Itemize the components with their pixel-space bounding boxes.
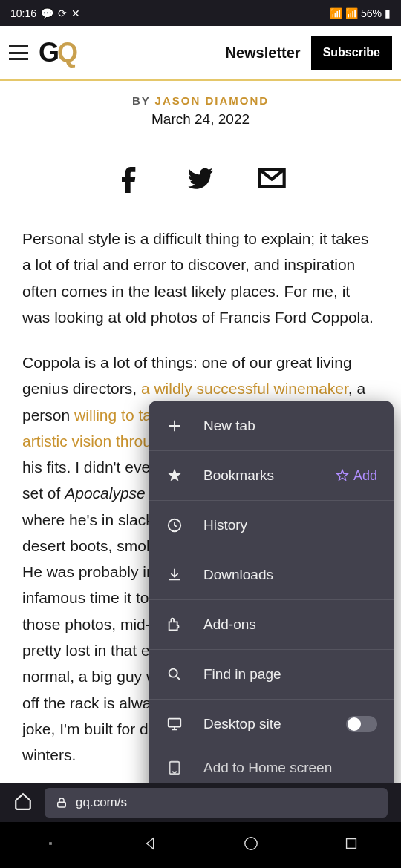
url-field[interactable]: gq.com/s — [45, 788, 388, 818]
facebook-icon[interactable] — [114, 163, 144, 196]
sync-icon: ⟳ — [58, 7, 67, 19]
lock-icon — [55, 796, 68, 809]
menu-add-homescreen[interactable]: Add to Home screen — [149, 749, 394, 786]
byline-author[interactable]: JASON DIAMOND — [155, 94, 270, 107]
signal-icon: 📶 — [345, 7, 358, 19]
svg-rect-8 — [58, 802, 66, 807]
article-link[interactable]: a wildly successful winemaker — [141, 380, 348, 397]
email-icon[interactable] — [257, 163, 287, 196]
subscribe-button[interactable]: Subscribe — [311, 36, 392, 70]
status-time: 10:16 — [10, 7, 36, 19]
menu-new-tab[interactable]: New tab — [149, 401, 394, 450]
battery-percent: 56% — [361, 7, 382, 19]
gq-logo[interactable]: GQ — [39, 37, 76, 68]
nav-recent[interactable] — [343, 835, 359, 855]
menu-addons[interactable]: Add-ons — [149, 599, 394, 649]
svg-point-10 — [244, 838, 257, 850]
chat-icon: 💬 — [41, 7, 53, 19]
download-icon — [165, 567, 184, 583]
nav-back[interactable] — [143, 835, 159, 855]
menu-desktop-site[interactable]: Desktop site — [149, 699, 394, 749]
newsletter-link[interactable]: Newsletter — [225, 45, 300, 62]
missed-call-icon: ✕ — [71, 7, 80, 19]
article-paragraph: Personal style is a difficult thing to e… — [22, 226, 379, 330]
svg-rect-9 — [49, 842, 52, 845]
nav-recent-small[interactable] — [42, 835, 59, 855]
menu-find[interactable]: Find in page — [149, 649, 394, 699]
search-icon — [165, 666, 184, 683]
menu-downloads[interactable]: Downloads — [149, 550, 394, 599]
star-icon — [165, 467, 184, 484]
svg-rect-4 — [170, 761, 180, 774]
plus-icon — [165, 418, 184, 434]
battery-icon: ▮ — [385, 7, 391, 19]
menu-bookmarks[interactable]: Bookmarks Add — [149, 450, 394, 500]
svg-rect-3 — [169, 719, 181, 727]
menu-icon[interactable] — [9, 45, 28, 60]
article-date: March 24, 2022 — [0, 111, 401, 148]
puzzle-icon — [165, 617, 184, 633]
desktop-site-toggle[interactable] — [346, 716, 377, 732]
add-bookmark-button[interactable]: Add — [336, 468, 377, 484]
homescreen-icon — [165, 760, 184, 776]
byline-by: BY — [132, 94, 155, 107]
menu-history[interactable]: History — [149, 500, 394, 550]
svg-point-2 — [169, 669, 177, 677]
home-icon[interactable] — [13, 792, 33, 814]
wifi-icon: 📶 — [330, 7, 342, 19]
nav-home[interactable] — [243, 835, 259, 855]
twitter-icon[interactable] — [186, 163, 215, 196]
svg-rect-11 — [346, 839, 356, 849]
monitor-icon — [165, 716, 184, 732]
browser-menu: New tab Bookmarks Add History Downloads … — [149, 401, 394, 834]
clock-icon — [165, 517, 184, 533]
